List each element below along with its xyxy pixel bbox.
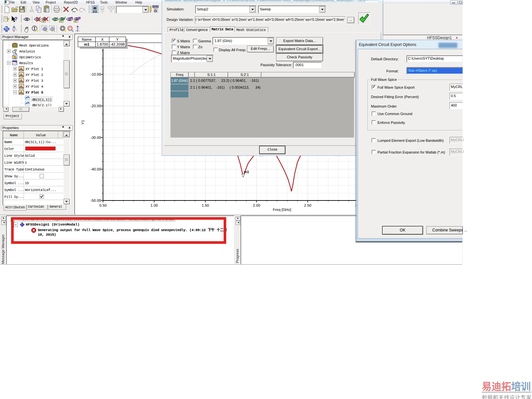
svg-text:dB(S(1,1)): dB(S(1,1)) <box>32 98 52 102</box>
svg-text:1.8700: 1.8700 <box>96 42 108 46</box>
svg-text:Optimetrics: Optimetrics <box>19 55 41 59</box>
svg-text:XY Plot 3: XY Plot 3 <box>25 79 43 83</box>
svg-text:Line Style: Line Style <box>4 154 24 158</box>
svg-text:-50.00: -50.00 <box>90 199 101 202</box>
svg-text:XY Plot 1: XY Plot 1 <box>25 67 43 71</box>
svg-text:dB(S(2,1)): dB(S(2,1)) <box>32 103 52 106</box>
svg-text:Symbol ...: Symbol ... <box>4 188 24 192</box>
svg-text:1.50: 1.50 <box>202 203 209 207</box>
svg-text:2.50: 2.50 <box>304 203 311 207</box>
svg-text:Y1: Y1 <box>81 120 85 125</box>
svg-text:Show Sy...: Show Sy... <box>4 174 24 178</box>
svg-text:Name: Name <box>82 37 92 41</box>
svg-text:0.50: 0.50 <box>99 203 107 207</box>
svg-text:HorizontalLef...: HorizontalLef... <box>25 188 56 192</box>
svg-text:-40.00: -40.00 <box>90 167 101 171</box>
svg-text:-30.00: -30.00 <box>90 136 101 140</box>
svg-text:Line Width: Line Width <box>4 161 24 165</box>
svg-text:1.00: 1.00 <box>151 203 158 207</box>
svg-text:Symbol ...: Symbol ... <box>4 181 24 185</box>
svg-text:2.00: 2.00 <box>253 203 260 207</box>
svg-text:Continuous: Continuous <box>25 168 44 171</box>
svg-text:?: ? <box>14 16 18 22</box>
svg-text:XY Plot 2: XY Plot 2 <box>25 73 43 77</box>
svg-text:Freq [GHz]: Freq [GHz] <box>273 208 291 212</box>
svg-text:Solid: Solid <box>25 154 35 158</box>
svg-text:15: 15 <box>25 181 29 185</box>
svg-text:Results: Results <box>19 61 33 65</box>
svg-text:1: 1 <box>25 161 27 165</box>
svg-text:Value: Value <box>36 133 46 137</box>
svg-text:XY Plot 5: XY Plot 5 <box>25 91 43 95</box>
svg-text:Name: Name <box>10 133 18 137</box>
svg-text:dB(S(1,1)):Cu...: dB(S(1,1)):Cu... <box>25 140 56 144</box>
svg-text:X: X <box>101 37 104 41</box>
svg-text:Mesh Operations: Mesh Operations <box>19 44 49 48</box>
svg-text:Name: Name <box>4 140 12 144</box>
svg-text:?: ? <box>6 17 9 22</box>
svg-text:m1: m1 <box>84 42 90 46</box>
svg-text:Color: Color <box>4 147 14 151</box>
svg-text:XY Plot 4: XY Plot 4 <box>25 85 43 89</box>
svg-text:-20.00: -20.00 <box>90 104 101 108</box>
svg-text:-10.00: -10.00 <box>90 72 101 76</box>
svg-text:Fill Sy...: Fill Sy... <box>4 195 24 199</box>
svg-text:m1: m1 <box>244 170 249 174</box>
svg-text:Analysis: Analysis <box>19 50 35 53</box>
svg-text:Trace Type: Trace Type <box>4 168 24 171</box>
svg-text:-42.2098: -42.2098 <box>110 42 125 46</box>
svg-text:Y: Y <box>116 37 119 41</box>
